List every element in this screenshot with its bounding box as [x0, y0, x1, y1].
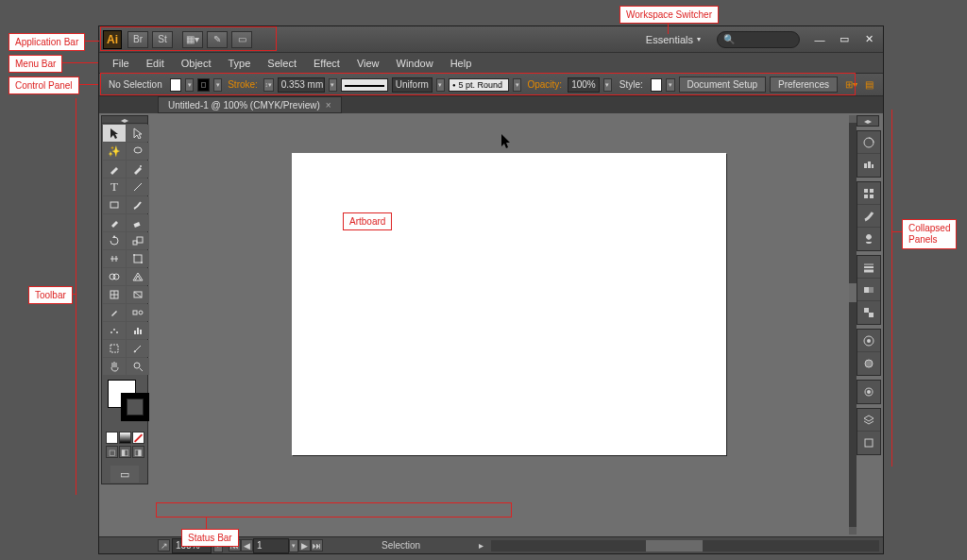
menu-file[interactable]: File [105, 55, 137, 72]
toolbar-grip[interactable]: ◂▸ [102, 116, 147, 124]
control-panel-menu-icon[interactable]: ▤ [865, 79, 877, 90]
brush-dd[interactable] [513, 78, 521, 92]
slice-tool[interactable] [127, 340, 149, 357]
color-panel-icon[interactable] [857, 131, 880, 154]
minimize-icon[interactable]: — [809, 33, 830, 46]
scale-tool[interactable] [127, 232, 149, 249]
magic-wand-tool[interactable]: ✨ [103, 143, 126, 160]
rectangle-tool[interactable] [103, 196, 126, 213]
menu-effect[interactable]: Effect [306, 55, 348, 72]
maximize-icon[interactable]: ▭ [834, 33, 855, 46]
draw-inside-btn[interactable]: ◨ [132, 446, 144, 458]
artboard[interactable] [292, 153, 726, 455]
last-artboard-icon[interactable]: ⏭ [311, 539, 323, 552]
artboard-nav-input[interactable]: 1 [253, 538, 289, 553]
blend-tool[interactable] [127, 304, 149, 321]
stroke-dd[interactable] [213, 78, 222, 92]
close-icon[interactable]: ✕ [858, 33, 879, 46]
vertical-scrollbar[interactable] [849, 115, 857, 535]
document-tab[interactable]: Untitled-1 @ 100% (CMYK/Preview) × [158, 96, 342, 113]
opacity-dd[interactable] [603, 78, 612, 92]
arrange-documents-icon[interactable]: ▦▾ [182, 31, 203, 48]
preferences-button[interactable]: Preferences [770, 76, 838, 93]
stroke-weight-dd[interactable] [329, 78, 337, 92]
draw-behind-btn[interactable]: ◧ [119, 446, 131, 458]
style-swatch[interactable] [651, 78, 663, 92]
draw-normal-btn[interactable]: ◻ [106, 446, 118, 458]
column-graph-tool[interactable] [127, 322, 149, 339]
stroke-panel-icon[interactable] [857, 256, 880, 279]
gpu-perf-icon[interactable]: ✎ [207, 31, 228, 48]
layers-panel-icon[interactable] [857, 409, 880, 432]
none-mode-btn[interactable] [132, 432, 144, 444]
opacity-input[interactable]: 100% [568, 77, 600, 93]
fill-swatch[interactable] [170, 78, 182, 92]
zoom-level[interactable]: 100% [172, 538, 212, 553]
menu-select[interactable]: Select [260, 55, 304, 72]
next-artboard-icon[interactable]: ▶ [298, 539, 311, 552]
mesh-tool[interactable] [103, 286, 126, 303]
style-dd[interactable] [666, 78, 674, 92]
free-transform-tool[interactable] [127, 250, 149, 267]
document-setup-button[interactable]: Document Setup [679, 76, 767, 93]
color-mode-btn[interactable] [106, 432, 118, 444]
artboards-panel-icon[interactable] [857, 432, 880, 454]
symbols-panel-icon[interactable] [857, 228, 880, 250]
type-tool[interactable]: T [103, 178, 126, 195]
artboard-tool[interactable] [103, 340, 126, 357]
stroke-swatch[interactable] [197, 78, 210, 92]
graphic-styles-panel-icon[interactable] [857, 352, 880, 375]
profile-dd[interactable] [436, 78, 445, 92]
gradient-tool[interactable] [127, 286, 149, 303]
fill-stroke-controls[interactable] [102, 376, 147, 431]
swatches-panel-icon[interactable] [857, 182, 880, 205]
symbol-sprayer-tool[interactable] [103, 322, 126, 339]
eraser-tool[interactable] [127, 214, 149, 231]
gradient-panel-icon[interactable] [857, 279, 880, 301]
eyedropper-tool[interactable] [103, 304, 126, 321]
paintbrush-tool[interactable] [127, 196, 149, 213]
appearance-panel-icon[interactable] [857, 330, 880, 352]
export-icon[interactable]: ↗ [158, 539, 170, 552]
curvature-tool[interactable] [127, 161, 149, 178]
status-info[interactable]: Selection [382, 540, 420, 551]
perspective-grid-tool[interactable] [127, 268, 149, 285]
stroke-label[interactable]: Stroke: [226, 79, 260, 90]
fill-dd[interactable] [185, 78, 194, 92]
search-box[interactable]: 🔍 [717, 31, 800, 48]
close-tab-icon[interactable]: × [326, 100, 331, 110]
brush-definition[interactable]: 5 pt. Round [449, 78, 509, 92]
direct-selection-tool[interactable] [127, 125, 149, 142]
shape-builder-tool[interactable] [103, 268, 126, 285]
first-artboard-icon[interactable]: ⏮ [229, 539, 241, 552]
artboard-nav-dd[interactable] [289, 539, 298, 552]
menu-object[interactable]: Object [174, 55, 219, 72]
align-to-icon[interactable]: ⊞▾ [845, 79, 857, 90]
rotate-tool[interactable] [103, 232, 126, 249]
brushes-panel-icon[interactable] [857, 205, 880, 228]
stroke-weight-stepper[interactable]: ↕ [263, 78, 274, 92]
screen-mode-btn[interactable]: ▭ [110, 466, 139, 483]
stock-icon[interactable]: St [152, 31, 173, 48]
menu-edit[interactable]: Edit [139, 55, 172, 72]
zoom-tool[interactable] [127, 358, 149, 375]
workspace-switcher[interactable]: Essentials [636, 30, 711, 49]
libraries-panel-icon[interactable] [857, 381, 880, 403]
hand-tool[interactable] [103, 358, 126, 375]
document-canvas[interactable] [152, 115, 849, 535]
bridge-icon[interactable]: Br [127, 31, 148, 48]
stroke-weight-input[interactable]: 0.353 mm [278, 77, 325, 93]
expand-panels-icon[interactable] [857, 115, 879, 127]
stroke-color-swatch[interactable] [121, 393, 149, 421]
screen-mode-icon[interactable]: ▭ [231, 31, 252, 48]
lasso-tool[interactable] [127, 143, 149, 160]
line-segment-tool[interactable] [127, 178, 149, 195]
menu-view[interactable]: View [349, 55, 387, 72]
pen-tool[interactable] [103, 161, 126, 178]
selection-tool[interactable] [103, 125, 126, 142]
menu-help[interactable]: Help [443, 55, 480, 72]
gradient-mode-btn[interactable] [119, 432, 131, 444]
variable-width-profile[interactable] [341, 78, 388, 92]
transparency-panel-icon[interactable] [857, 301, 880, 324]
status-info-dd[interactable]: ▸ [479, 540, 484, 551]
